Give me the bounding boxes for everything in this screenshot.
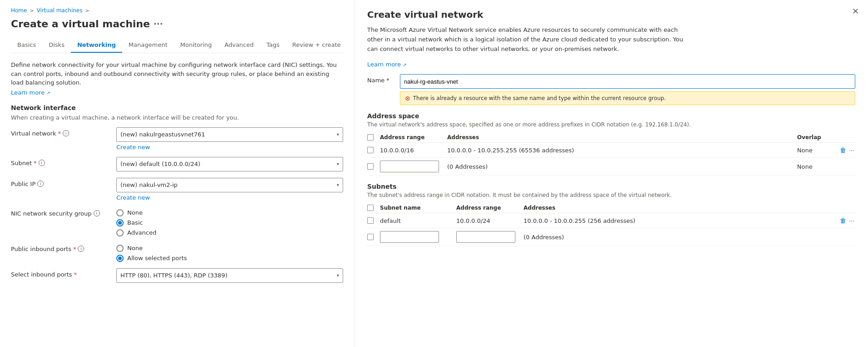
select-inbound-dropdown[interactable]: HTTP (80), HTTPS (443), RDP (3389) ▾ [116,268,343,283]
subnet-info-icon[interactable]: i [39,160,45,166]
required-marker: * [58,130,61,137]
inbound-none-label: None [127,245,143,251]
tab-tags[interactable]: Tags [260,38,286,53]
tab-networking[interactable]: Networking [71,38,122,53]
subnet-row1-checkbox[interactable] [367,217,374,224]
subnet-row1-range: 10.0.0.0/24 [456,217,520,224]
left-panel: Home > Virtual machines > Create a virtu… [0,0,354,347]
breadcrumb: Home > Virtual machines > [11,7,343,14]
subnet-row1-more-icon[interactable]: ··· [848,216,855,225]
col-header-subnet-addrs: Addresses [524,205,833,211]
nic-nsg-info-icon[interactable]: i [94,210,100,216]
virtual-network-info-icon[interactable]: i [63,130,69,136]
page-title-container: Create a virtual machine ··· [11,18,343,30]
subnet-row2-name-input[interactable] [380,231,439,243]
subnets-header: Subnet name Address range Addresses [367,203,855,213]
nic-nsg-none-label: None [127,209,143,216]
subnet-label: Subnet * i [11,157,111,166]
address-space-row-1: 10.0.0.0/16 10.0.0.0 - 10.0.255.255 (655… [367,143,855,158]
breadcrumb-home[interactable]: Home [11,7,27,14]
public-ip-create-new[interactable]: Create new [116,194,343,201]
tab-basics[interactable]: Basics [11,38,42,53]
subnets-desc: The subnet's address range in CIDR notat… [367,192,855,198]
subnet-row1-delete-icon[interactable]: 🗑 [839,216,847,225]
panel-learn-more[interactable]: Learn more [367,61,401,68]
error-banner: ⊗ There is already a resource with the s… [400,91,855,105]
select-inbound-ports-row: Select inbound ports * HTTP (80), HTTPS … [11,268,343,283]
addr-row1-addresses: 10.0.0.0 - 10.0.255.255 (65536 addresses… [447,147,793,154]
col-header-addr-range: Address range [380,134,444,141]
header-checkbox-subnet[interactable] [367,205,374,211]
nic-nsg-row: NIC network security group i None Basic … [11,207,343,236]
radio-none-circle [116,209,124,216]
panel-title: Create virtual network [367,9,855,20]
addr-row1-range: 10.0.0.0/16 [380,147,444,154]
header-checkbox-addr[interactable] [367,134,374,141]
public-ip-row: Public IP i (new) nakul-vm2-ip ▾ Create … [11,178,343,201]
radio-advanced-circle [116,229,124,236]
subnet-row2-checkbox[interactable] [367,234,374,240]
learn-more-link[interactable]: Learn more [11,89,45,96]
radio-inbound-allow-circle [116,255,124,262]
tab-disks[interactable]: Disks [42,38,71,53]
nic-nsg-none[interactable]: None [116,209,343,216]
close-button[interactable]: ✕ [852,7,859,15]
select-inbound-control: HTTP (80), HTTPS (443), RDP (3389) ▾ [116,268,343,283]
required-marker-subnet: * [34,160,37,166]
required-marker-ports: * [73,246,76,252]
public-ip-control: (new) nakul-vm2-ip ▾ Create new [116,178,343,201]
inbound-allow-selected[interactable]: Allow selected ports [116,255,343,262]
inbound-none[interactable]: None [116,245,343,252]
subnet-row2-range-input[interactable] [456,231,515,243]
network-interface-title: Network interface [11,104,343,111]
tab-advanced[interactable]: Advanced [218,38,260,53]
subnet-row1-name: default [380,217,453,224]
tab-management[interactable]: Management [122,38,174,53]
breadcrumb-vms[interactable]: Virtual machines [37,7,83,14]
addr-row2-checkbox[interactable] [367,163,374,170]
subnet-row-2: (0 Addresses) [367,228,855,246]
chevron-down-icon-ports: ▾ [337,273,339,278]
addr-row2-input[interactable] [380,161,439,172]
radio-inbound-none-circle [116,245,124,252]
virtual-network-label: Virtual network * i [11,127,111,137]
public-inbound-control: None Allow selected ports [116,243,343,262]
breadcrumb-sep1: > [30,8,34,14]
addr-row1-checkbox[interactable] [367,147,374,153]
tab-monitoring[interactable]: Monitoring [174,38,218,53]
public-inbound-info-icon[interactable]: i [78,246,84,252]
virtual-network-row: Virtual network * i (new) nakulrgeastusv… [11,127,343,151]
nic-nsg-advanced[interactable]: Advanced [116,229,343,236]
public-ip-info-icon[interactable]: i [37,181,44,187]
subnet-value: (new) default (10.0.0.0/24) [120,161,200,167]
addr-row1-more-icon[interactable]: ··· [848,146,855,155]
right-panel: ✕ Create virtual network The Microsoft A… [354,0,868,347]
chevron-down-icon: ▾ [337,132,339,137]
select-inbound-label: Select inbound ports * [11,268,111,278]
subnet-control: (new) default (10.0.0.0/24) ▾ [116,157,343,171]
col-header-addresses: Addresses [447,134,793,141]
virtual-network-create-new[interactable]: Create new [116,144,343,151]
virtual-network-dropdown[interactable]: (new) nakulrgeastusvnet761 ▾ [116,127,343,142]
nic-nsg-basic[interactable]: Basic [116,219,343,226]
public-ip-dropdown[interactable]: (new) nakul-vm2-ip ▾ [116,178,343,192]
public-inbound-radio-group: None Allow selected ports [116,243,343,262]
tab-review-create[interactable]: Review + create [286,38,347,53]
addr-row1-delete-icon[interactable]: 🗑 [839,146,847,155]
subnet-row-1: default 10.0.0.0/24 10.0.0.0 - 10.0.0.25… [367,213,855,228]
error-icon: ⊗ [405,95,410,102]
name-input[interactable] [400,74,855,89]
select-inbound-value: HTTP (80), HTTPS (443), RDP (3389) [120,272,227,279]
subnet-dropdown[interactable]: (new) default (10.0.0.0/24) ▾ [116,157,343,171]
subnet-row1-addrs: 10.0.0.0 - 10.0.0.255 (256 addresses) [524,217,833,224]
network-interface-desc: When creating a virtual machine, a netwo… [11,114,343,121]
nic-nsg-advanced-label: Advanced [127,229,156,236]
addr-row2-overlap: None [797,163,833,170]
page-title-more-icon[interactable]: ··· [154,19,163,29]
name-required: * [386,77,389,84]
chevron-down-icon-subnet: ▾ [337,161,339,166]
radio-basic-circle [116,219,124,226]
public-ip-label: Public IP i [11,178,111,187]
addr-row1-overlap: None [797,147,833,154]
name-label: Name * [367,74,394,84]
